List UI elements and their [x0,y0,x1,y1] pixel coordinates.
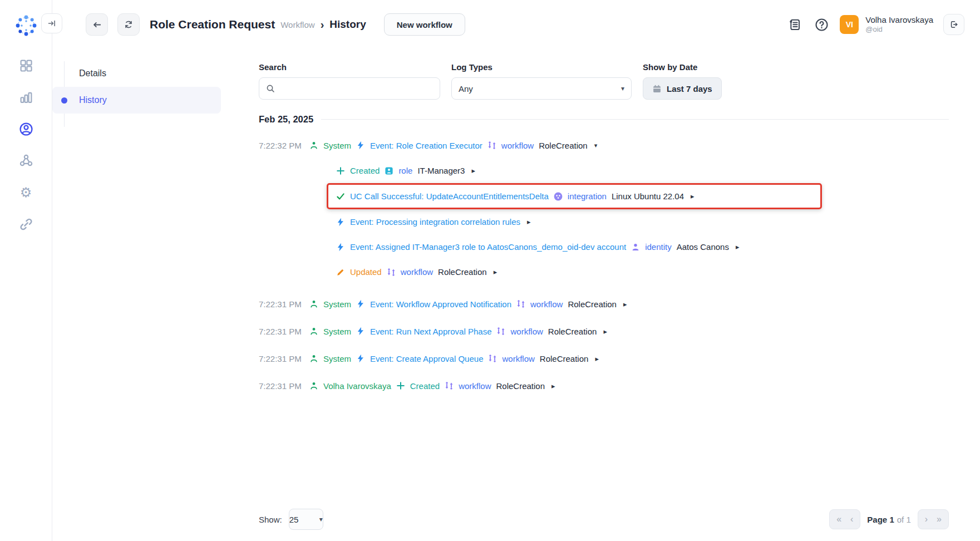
dashboard-icon[interactable] [18,58,34,73]
log-types-value: Any [459,84,473,94]
connections-icon[interactable] [18,153,34,169]
settings-icon[interactable]: ⚙ [18,185,34,200]
avatar[interactable]: VI [840,15,859,34]
next-page-button[interactable]: › [920,514,932,524]
event-bolt-icon [356,354,365,363]
search-box [259,77,440,100]
integration-icon [554,192,563,201]
action-label: Updated [350,267,382,277]
page-label: Page 1 [867,515,894,524]
chevron-right-icon[interactable]: ▸ [736,243,740,251]
check-icon [336,192,345,201]
page-title-tag: Workflow [280,20,314,29]
entity-type-link[interactable]: workflow [401,267,433,277]
log-entry[interactable]: 7:22:31 PM System Event: Run Next Approv… [259,318,949,344]
search-filter: Search [259,62,440,100]
plus-icon [336,166,345,175]
date-heading: Feb 25, 2025 [259,114,313,125]
last-page-button[interactable]: » [932,514,946,524]
log-entry-actor: System [323,327,351,336]
reports-icon[interactable] [18,90,34,105]
event-link[interactable]: Event: Create Approval Queue [370,354,483,363]
log-entry[interactable]: 7:22:31 PM Volha Ivarovskaya Created wor… [259,373,949,399]
log-entry-actor: System [323,354,351,363]
log-subentry[interactable]: Event: Processing integration correlatio… [336,209,949,234]
chevron-right-icon[interactable]: ▸ [691,192,695,200]
date-range-label: Last 7 days [667,84,712,94]
log-entry-time: 7:22:32 PM [259,141,304,150]
entity-name: RoleCreation [539,141,588,150]
entity-type-link[interactable]: workflow [530,299,563,309]
logout-button[interactable] [943,14,964,35]
event-link[interactable]: Event: Run Next Approval Phase [370,327,491,336]
event-link[interactable]: Event: Assigned IT-Manager3 role to Aato… [350,242,626,252]
active-dot-icon [61,97,67,104]
log-subentry[interactable]: Updated workflow RoleCreation ▸ [336,259,949,284]
entity-type-link[interactable]: workflow [502,354,534,363]
entity-type-link[interactable]: workflow [459,381,491,391]
uc-call-link[interactable]: UC Call Successful: UpdateAccountEntitle… [350,191,549,201]
user-icon [309,354,318,363]
log-entry[interactable]: 7:22:32 PM System Event: Role Creation E… [259,132,949,158]
chevron-right-icon[interactable]: ▸ [595,355,599,363]
sidebar-collapse-button[interactable] [41,13,62,33]
chevron-right-icon[interactable]: ▸ [603,327,607,336]
new-workflow-button[interactable]: New workflow [384,13,465,36]
entity-type-link[interactable]: role [398,166,412,175]
back-arrow-icon [92,20,102,29]
page-header: Role Creation Request Workflow › History… [52,0,980,53]
action-label: Created [410,381,440,391]
log-subentry[interactable]: Created role IT-Manager3 ▸ [336,158,949,183]
subnav-item-details[interactable]: Details [52,60,221,87]
user-icon [309,327,318,336]
event-link[interactable]: Event: Processing integration correlatio… [350,217,520,227]
pagination: « ‹ Page 1of 1 › » [829,509,949,529]
chevron-right-icon[interactable]: ▸ [471,166,475,175]
entity-type-link[interactable]: workflow [501,141,534,150]
subnav-item-history[interactable]: History [52,87,221,114]
date-rule [321,119,949,120]
page-size-value: 25 [289,515,299,524]
page-size-select[interactable]: 25 ▾ [289,509,323,530]
entity-type-link[interactable]: integration [568,191,607,201]
role-badge-icon [385,166,393,175]
log-entries: 7:22:32 PM System Event: Role Creation E… [259,132,949,399]
chevron-right-icon[interactable]: ▸ [527,218,531,226]
search-input[interactable] [279,83,433,94]
back-button[interactable] [86,13,108,36]
show-by-date-label: Show by Date [643,62,722,72]
pencil-icon [336,268,345,277]
identities-icon[interactable] [18,121,34,137]
refresh-button[interactable] [117,13,140,36]
chevron-down-icon[interactable]: ▾ [594,142,598,149]
log-types-select[interactable]: Any ▾ [451,77,632,100]
log-entry[interactable]: 7:22:31 PM System Event: Workflow Approv… [259,291,949,317]
entity-type-link[interactable]: identity [645,242,672,252]
entity-type-link[interactable]: workflow [510,327,543,336]
link-icon[interactable] [18,217,34,232]
entity-name: Aatos Canons [677,242,729,252]
date-range-button[interactable]: Last 7 days [643,77,722,100]
chevron-right-icon[interactable]: ▸ [494,268,498,276]
user-org: @oid [865,25,933,34]
event-link[interactable]: Event: Workflow Approved Notification [370,299,511,309]
chevron-right-icon[interactable]: ▸ [551,382,555,390]
event-bolt-icon [336,218,345,227]
date-row: Feb 25, 2025 [259,114,949,125]
gear-glyph: ⚙ [20,186,32,199]
log-subentry[interactable]: Event: Assigned IT-Manager3 role to Aato… [336,234,949,259]
pagination-status: Page 1of 1 [867,515,910,524]
event-link[interactable]: Event: Role Creation Executor [370,141,482,150]
log-entry-time: 7:22:31 PM [259,327,304,336]
chevron-right-icon[interactable]: ▸ [623,300,627,308]
log-entry[interactable]: 7:22:31 PM System Event: Create Approval… [259,346,949,371]
search-icon [266,84,275,93]
prev-page-button[interactable]: ‹ [846,514,858,524]
audit-log-icon[interactable] [786,16,803,33]
subnav-details-label: Details [79,68,106,78]
help-icon[interactable] [813,16,830,33]
header-actions: VI Volha Ivarovskaya @oid [786,13,964,36]
annotation-highlight-box[interactable]: UC Call Successful: UpdateAccountEntitle… [327,183,822,209]
first-page-button[interactable]: « [832,514,846,524]
app-window: ⚙ [0,0,980,541]
